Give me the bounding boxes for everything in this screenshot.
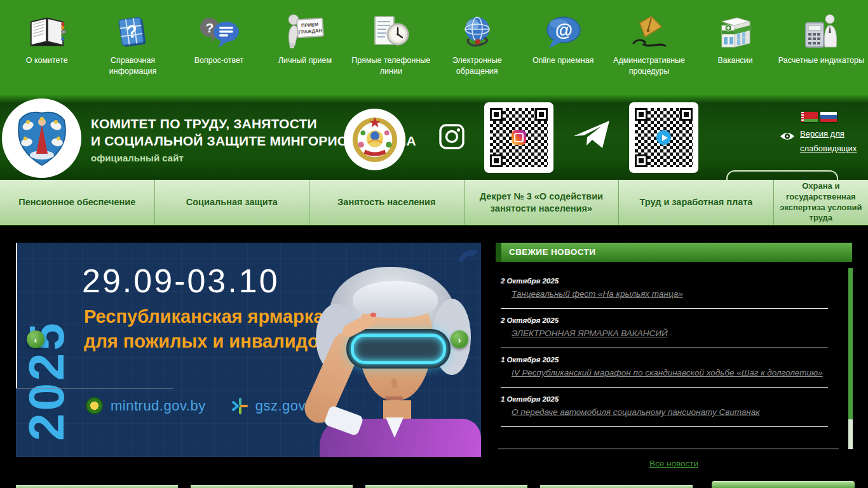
news-scrollbar-thumb[interactable] xyxy=(848,268,853,419)
site-subtitle: официальный сайт xyxy=(91,152,184,163)
news-bottom-divider xyxy=(498,449,839,449)
nav-labor-safety[interactable]: Охрана и государственная экспертиза усло… xyxy=(774,180,868,225)
instagram-qr-code[interactable] xyxy=(484,102,553,173)
news-date: 2 Октября 2025 xyxy=(501,316,828,324)
globe-icon xyxy=(459,13,495,50)
footer-box-edge xyxy=(540,485,693,488)
elderly-woman-illustration xyxy=(308,254,481,457)
service-electronic-appeals[interactable]: Электронные обращения xyxy=(434,13,520,77)
service-calc-indicators[interactable]: Расчетные индикаторы xyxy=(778,13,864,66)
main-nav: Пенсионное обеспечение Социальная защита… xyxy=(0,180,868,226)
news-scrollbar[interactable] xyxy=(848,268,853,449)
news-list: 2 Октября 2025 Танцевальный фест «На кры… xyxy=(496,262,852,427)
news-title-link[interactable]: Танцевальный фест «На крыльях танца» xyxy=(501,289,828,299)
banner-dates: 29.09-03.10 xyxy=(82,262,280,300)
service-label: Личный прием xyxy=(278,55,332,66)
at-bubble-icon: @ xyxy=(543,13,583,50)
news-item: 1 Октября 2025 IV Республиканский марафо… xyxy=(501,348,828,388)
qr-pattern xyxy=(635,108,693,167)
banner-divider xyxy=(16,388,173,389)
banner-next-button[interactable]: › xyxy=(451,330,468,348)
news-item: 2 Октября 2025 Танцевальный фест «На кры… xyxy=(501,269,828,309)
footer-box-edge xyxy=(191,485,353,488)
belarus-emblem-logo xyxy=(344,109,405,170)
services-bar: О комитете ? Справочная информация xyxy=(0,0,868,95)
service-label: Административные процедуры xyxy=(606,55,692,77)
service-label: Электронные обращения xyxy=(434,55,520,77)
gsz-logo-icon xyxy=(231,398,248,414)
news-title-link[interactable]: ЭЛЕКТРОННАЯ ЯРМАРКА ВАКАНСИЙ xyxy=(501,329,828,338)
news-date: 2 Октября 2025 xyxy=(501,277,828,285)
banner-title-line2: для пожилых и инвалидов xyxy=(84,331,330,352)
news-item: 2 Октября 2025 ЭЛЕКТРОННАЯ ЯРМАРКА ВАКАН… xyxy=(501,309,828,348)
service-label: Online приемная xyxy=(532,55,593,66)
question-answer-icon: ? xyxy=(198,13,240,50)
russia-flag-language[interactable] xyxy=(820,112,837,122)
svg-text:?: ? xyxy=(205,20,214,35)
all-news-wrap: Все новости xyxy=(496,458,852,469)
pen-icon xyxy=(630,13,669,50)
service-personal-reception[interactable]: ПРИЕМ ГРАЖДАН Личный прием xyxy=(262,13,348,66)
news-date: 1 Октября 2025 xyxy=(501,356,828,363)
svg-text:ПРИЕМ: ПРИЕМ xyxy=(301,22,319,29)
instagram-icon[interactable] xyxy=(439,124,465,152)
news-date: 1 Октября 2025 xyxy=(501,395,828,403)
futuristic-glasses xyxy=(346,329,451,369)
banner-year-vertical: 2025 xyxy=(18,250,74,441)
mintrud-emblem-icon xyxy=(86,397,103,414)
promo-banner-slide[interactable]: 2025 29.09-03.10 Республиканская ярмарка… xyxy=(16,243,481,457)
footer-box-edge xyxy=(365,485,527,488)
info-grid-icon: ? xyxy=(115,13,151,50)
instagram-mini-logo xyxy=(512,130,526,145)
service-label: Расчетные индикаторы xyxy=(778,55,864,66)
service-label: О комитете xyxy=(26,55,68,66)
service-phone-lines[interactable]: Прямые телефонные линии xyxy=(348,13,434,77)
service-about[interactable]: О комитете xyxy=(4,13,90,66)
phone-lines-icon xyxy=(371,13,410,50)
nav-decree3[interactable]: Декрет № 3 «О содействии занятости насел… xyxy=(465,180,620,225)
telegram-icon[interactable] xyxy=(573,118,611,152)
nav-social-protection[interactable]: Социальная защита xyxy=(155,180,310,225)
service-label: Справочная информация xyxy=(90,55,175,77)
news-header: СВЕЖИЕ НОВОСТИ xyxy=(496,243,852,262)
banner-corner-arrow-icon xyxy=(457,247,478,266)
service-label: Вопрос-ответ xyxy=(194,55,244,66)
telegram-mini-logo xyxy=(656,130,671,145)
qr-pattern xyxy=(490,108,548,167)
telegram-qr-code[interactable] xyxy=(629,102,698,173)
eye-icon xyxy=(780,131,795,144)
nav-employment[interactable]: Занятость населения xyxy=(309,180,465,225)
mintrud-site-label: mintrud.gov.by xyxy=(111,398,206,414)
book-icon xyxy=(27,13,67,50)
service-label: Вакансии xyxy=(717,55,752,66)
belarus-flag-language[interactable] xyxy=(801,112,818,122)
service-online-reception[interactable]: @ Online приемная xyxy=(520,13,606,66)
site-header: КОМИТЕТ ПО ТРУДУ, ЗАНЯТОСТИ И СОЦИАЛЬНОЙ… xyxy=(0,95,868,180)
service-admin-procedures[interactable]: Административные процедуры xyxy=(606,13,692,77)
minsk-coat-of-arms-logo xyxy=(2,98,81,178)
news-item: 1 Октября 2025 О передаче автомобиля соц… xyxy=(501,388,828,427)
accessibility-version-link[interactable]: Версия для слабовидящих xyxy=(800,127,858,156)
reception-icon: ПРИЕМ ГРАЖДАН xyxy=(285,13,325,50)
service-reference-info[interactable]: ? Справочная информация xyxy=(90,13,175,77)
page: О комитете ? Справочная информация xyxy=(0,0,868,488)
nav-pensions[interactable]: Пенсионное обеспечение xyxy=(0,180,155,225)
service-vacancies[interactable]: Вакансии xyxy=(692,13,778,66)
building-icon xyxy=(715,13,755,50)
service-question-answer[interactable]: ? Вопрос-ответ xyxy=(176,13,262,66)
calculator-icon xyxy=(802,13,840,50)
svg-text:@: @ xyxy=(555,20,572,40)
news-title-link[interactable]: О передаче автомобиля социальному пансио… xyxy=(501,407,828,417)
banner-prev-button[interactable]: ‹ xyxy=(27,330,44,348)
footer-box-edge xyxy=(16,485,178,488)
news-panel: СВЕЖИЕ НОВОСТИ 2 Октября 2025 Танцевальн… xyxy=(496,243,852,473)
all-news-link[interactable]: Все новости xyxy=(649,459,698,468)
news-title-link[interactable]: IV Республиканский марафон по скандинавс… xyxy=(501,368,828,377)
nav-labor-wages[interactable]: Труд и заработная плата xyxy=(619,180,774,225)
footer-box-edge-bright xyxy=(712,481,855,488)
banner-logos: mintrud.gov.by gsz.gov.by xyxy=(86,397,324,414)
service-label: Прямые телефонные линии xyxy=(348,55,434,77)
